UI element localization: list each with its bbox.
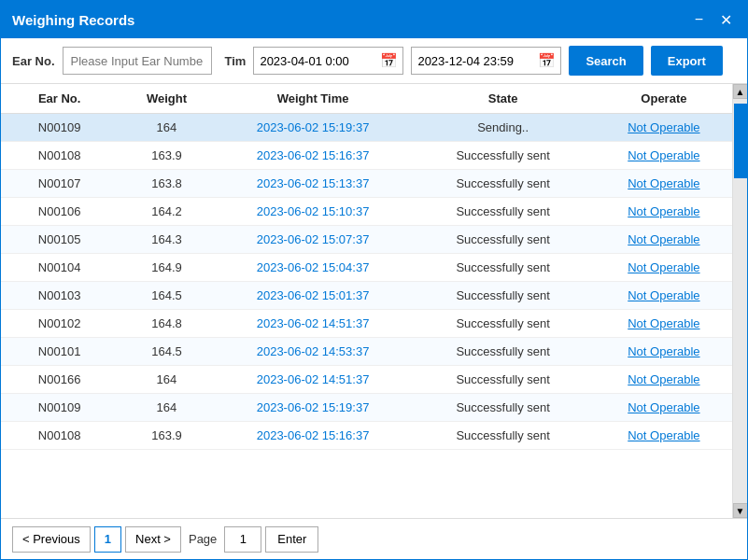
table-row: N00107163.82023-06-02 15:13:37Successful… — [1, 170, 732, 198]
date-end-wrap: 📅 — [411, 47, 561, 75]
cell-state: Successfully sent — [410, 254, 595, 282]
toolbar: Ear No. Tim 📅 📅 Search Export — [1, 38, 747, 84]
cell-ear: N00102 — [1, 310, 118, 338]
cell-operate: Not Operable — [596, 310, 732, 338]
table-row: N00103164.52023-06-02 15:01:37Successful… — [1, 282, 732, 310]
page-label: Page — [185, 532, 220, 546]
cell-ear: N00103 — [1, 282, 118, 310]
not-operable-link[interactable]: Not Operable — [628, 344, 699, 358]
cell-weight: 163.9 — [118, 422, 215, 450]
cell-weight: 164 — [118, 394, 215, 422]
table-row: N00108163.92023-06-02 15:16:37Successful… — [1, 142, 732, 170]
table-row: N001091642023-06-02 15:19:37Sending..Not… — [1, 114, 732, 142]
cell-time: 2023-06-02 14:51:37 — [216, 366, 411, 394]
cell-state: Successfully sent — [410, 226, 595, 254]
cell-weight: 164.8 — [118, 310, 215, 338]
cell-time: 2023-06-02 15:01:37 — [216, 282, 411, 310]
table-row: N00101164.52023-06-02 14:53:37Successful… — [1, 338, 732, 366]
table-row: N00106164.22023-06-02 15:10:37Successful… — [1, 198, 732, 226]
table-row: N00104164.92023-06-02 15:04:37Successful… — [1, 254, 732, 282]
ear-no-label: Ear No. — [12, 54, 55, 68]
cell-state: Sending.. — [410, 114, 595, 142]
cell-time: 2023-06-02 15:16:37 — [216, 422, 411, 450]
cell-ear: N00107 — [1, 170, 118, 198]
cell-ear: N00108 — [1, 142, 118, 170]
cell-ear: N00108 — [1, 422, 118, 450]
cell-operate: Not Operable — [596, 366, 732, 394]
cell-ear: N00101 — [1, 338, 118, 366]
search-button[interactable]: Search — [569, 46, 642, 76]
minimize-button[interactable]: − — [691, 11, 707, 29]
next-label: Next > — [135, 532, 171, 546]
not-operable-link[interactable]: Not Operable — [628, 148, 699, 162]
not-operable-link[interactable]: Not Operable — [628, 204, 699, 218]
cell-time: 2023-06-02 14:51:37 — [216, 310, 411, 338]
not-operable-link[interactable]: Not Operable — [628, 372, 699, 386]
date-end-input[interactable] — [412, 48, 533, 74]
cell-weight: 164.5 — [118, 282, 215, 310]
current-page-number: 1 — [105, 532, 111, 546]
cell-weight: 163.8 — [118, 170, 215, 198]
col-header-state: State — [410, 84, 595, 114]
cell-weight: 164.3 — [118, 226, 215, 254]
cell-state: Successfully sent — [410, 394, 595, 422]
calendar-start-icon[interactable]: 📅 — [375, 52, 402, 69]
not-operable-link[interactable]: Not Operable — [628, 428, 699, 442]
cell-state: Successfully sent — [410, 198, 595, 226]
cell-time: 2023-06-02 14:53:37 — [216, 338, 411, 366]
cell-operate: Not Operable — [596, 282, 732, 310]
table-row: N00108163.92023-06-02 15:16:37Successful… — [1, 422, 732, 450]
not-operable-link[interactable]: Not Operable — [628, 120, 699, 134]
cell-operate: Not Operable — [596, 254, 732, 282]
table-row: N001091642023-06-02 15:19:37Successfully… — [1, 394, 732, 422]
cell-weight: 164.2 — [118, 198, 215, 226]
cell-state: Successfully sent — [410, 422, 595, 450]
ear-no-input[interactable] — [63, 47, 212, 75]
calendar-end-icon[interactable]: 📅 — [533, 52, 560, 69]
table-header-row: Ear No. Weight Weight Time State Operate — [1, 84, 732, 114]
date-start-input[interactable] — [254, 48, 375, 74]
cell-operate: Not Operable — [596, 394, 732, 422]
close-button[interactable]: ✕ — [716, 11, 736, 29]
cell-weight: 164.9 — [118, 254, 215, 282]
cell-operate: Not Operable — [596, 142, 732, 170]
scroll-down-btn[interactable]: ▼ — [733, 503, 748, 518]
col-header-ear: Ear No. — [1, 84, 118, 114]
cell-time: 2023-06-02 15:16:37 — [216, 142, 411, 170]
not-operable-link[interactable]: Not Operable — [628, 400, 699, 414]
cell-state: Successfully sent — [410, 282, 595, 310]
data-table: Ear No. Weight Weight Time State Operate… — [1, 84, 732, 450]
not-operable-link[interactable]: Not Operable — [628, 288, 699, 302]
cell-weight: 164 — [118, 366, 215, 394]
cell-time: 2023-06-02 15:13:37 — [216, 170, 411, 198]
enter-button[interactable]: Enter — [265, 526, 318, 553]
export-button[interactable]: Export — [651, 46, 723, 76]
table-row: N00105164.32023-06-02 15:07:37Successful… — [1, 226, 732, 254]
title-bar: Weighing Records − ✕ — [1, 1, 747, 38]
scroll-up-btn[interactable]: ▲ — [733, 84, 748, 99]
tim-label: Tim — [225, 54, 247, 68]
scroll-thumb[interactable] — [734, 104, 747, 178]
pagination: < Previous 1 Next > Page Enter — [1, 518, 747, 559]
cell-operate: Not Operable — [596, 422, 732, 450]
cell-operate: Not Operable — [596, 338, 732, 366]
previous-button[interactable]: < Previous — [12, 526, 91, 553]
cell-ear: N00104 — [1, 254, 118, 282]
cell-ear: N00105 — [1, 226, 118, 254]
scroll-track — [733, 99, 747, 503]
cell-weight: 164.5 — [118, 338, 215, 366]
not-operable-link[interactable]: Not Operable — [628, 176, 699, 190]
not-operable-link[interactable]: Not Operable — [628, 260, 699, 274]
not-operable-link[interactable]: Not Operable — [628, 316, 699, 330]
cell-operate: Not Operable — [596, 170, 732, 198]
scrollbar: ▲ ▼ — [732, 84, 747, 518]
col-header-weight: Weight — [118, 84, 215, 114]
table-row: N001661642023-06-02 14:51:37Successfully… — [1, 366, 732, 394]
table-row: N00102164.82023-06-02 14:51:37Successful… — [1, 310, 732, 338]
previous-label: < Previous — [22, 532, 80, 546]
page-input[interactable] — [224, 526, 261, 553]
cell-time: 2023-06-02 15:07:37 — [216, 226, 411, 254]
not-operable-link[interactable]: Not Operable — [628, 232, 699, 246]
next-button[interactable]: Next > — [125, 526, 181, 553]
cell-operate: Not Operable — [596, 226, 732, 254]
